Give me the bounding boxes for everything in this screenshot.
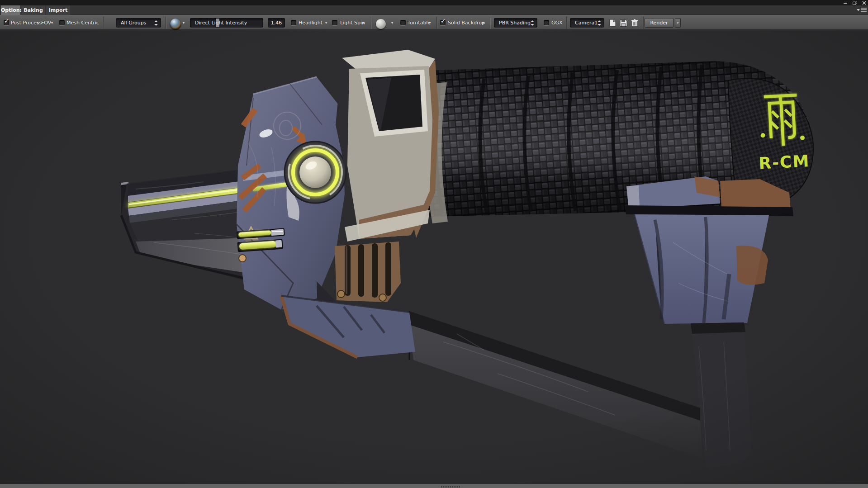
delete-icon[interactable] — [631, 19, 638, 27]
headlight-checkbox[interactable] — [291, 20, 296, 25]
close-icon[interactable] — [862, 1, 866, 5]
material-sphere-icon[interactable] — [376, 19, 386, 29]
light-spin-label: Light Spin — [340, 20, 365, 26]
post-process-checkbox[interactable]: ✓ — [4, 20, 9, 25]
headlight-label: Headlight — [299, 20, 323, 26]
spinner-icon — [530, 20, 534, 26]
minimize-icon[interactable] — [843, 1, 848, 5]
group-filter-select[interactable]: All Groups — [116, 18, 161, 28]
turntable-caret-icon[interactable]: ▾ — [429, 21, 431, 25]
light-spin-caret-icon[interactable]: ▾ — [362, 21, 364, 25]
vignette-overlay — [0, 30, 868, 484]
separator — [643, 17, 644, 28]
turntable-checkbox[interactable] — [400, 20, 406, 25]
environment-sphere-icon[interactable] — [170, 19, 181, 29]
rifle-model: R-CM — [0, 30, 868, 484]
splitter-grip-icon[interactable] — [441, 486, 461, 488]
light-spin-checkbox[interactable] — [332, 20, 337, 25]
solid-backdrop-label: Solid Backdrop — [448, 20, 485, 26]
title-bar — [0, 0, 868, 5]
shading-mode-value: PBR Shading — [499, 20, 531, 26]
camera-select[interactable]: Camera1 — [570, 18, 604, 28]
restore-window-icon[interactable] — [853, 1, 858, 5]
viewport-3d[interactable]: R-CM — [0, 30, 868, 484]
direct-light-intensity-slider[interactable]: Direct Light Intensity — [190, 18, 263, 28]
direct-light-intensity-value[interactable]: 1.46 — [268, 18, 285, 28]
ggx-label: GGX — [551, 20, 563, 26]
turntable-label: Turntable — [408, 20, 431, 26]
solid-backdrop-caret-icon[interactable]: ▾ — [483, 21, 484, 25]
fov-label[interactable]: FOV — [41, 20, 51, 26]
separator — [490, 17, 491, 28]
camera-value: Camera1 — [575, 20, 598, 26]
tab-options[interactable]: Options — [1, 5, 20, 15]
spinner-icon — [597, 20, 601, 26]
environment-caret-icon[interactable]: ▾ — [183, 21, 185, 25]
tab-import[interactable]: Import — [46, 5, 70, 15]
tab-bar: Options Baking Import — [0, 5, 868, 15]
render-caret-icon[interactable]: ▾ — [675, 18, 681, 28]
post-process-caret-icon[interactable]: ▾ — [37, 21, 38, 25]
mesh-centric-label: Mesh Centric — [66, 20, 99, 26]
application-window: Options Baking Import ✓ Post Process ▾ F… — [0, 0, 868, 488]
ggx-checkbox[interactable] — [544, 20, 549, 25]
group-filter-value: All Groups — [121, 20, 146, 26]
tab-baking[interactable]: Baking — [21, 5, 45, 15]
separator — [371, 17, 372, 28]
spinner-icon — [154, 20, 158, 26]
separator — [436, 17, 437, 28]
render-button[interactable]: Render — [645, 18, 674, 28]
material-caret-icon[interactable]: ▾ — [391, 21, 393, 25]
separator — [103, 17, 104, 28]
direct-light-intensity-label: Direct Light Intensity — [195, 20, 247, 26]
fov-caret-icon[interactable]: ▾ — [51, 21, 53, 25]
bottom-splitter[interactable] — [0, 484, 868, 488]
new-file-icon[interactable] — [609, 19, 616, 27]
headlight-caret-icon[interactable]: ▾ — [325, 21, 327, 25]
mesh-centric-checkbox[interactable] — [59, 20, 65, 25]
toolbar: ✓ Post Process ▾ FOV ▾ Mesh Centric All … — [0, 15, 868, 30]
shading-mode-select[interactable]: PBR Shading — [494, 18, 537, 28]
panel-menu-icon[interactable] — [857, 7, 867, 12]
solid-backdrop-checkbox[interactable]: ✓ — [440, 20, 446, 25]
separator — [566, 17, 567, 28]
separator — [166, 17, 166, 28]
save-icon[interactable] — [620, 19, 627, 27]
